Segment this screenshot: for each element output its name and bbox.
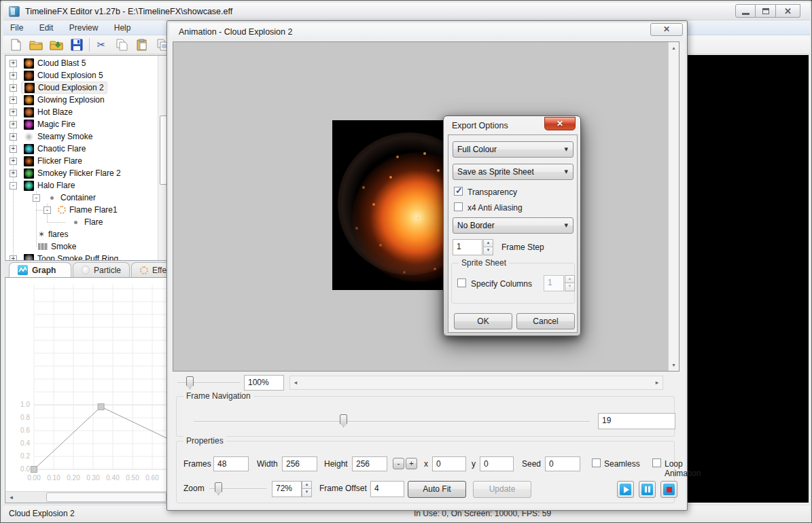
ok-button[interactable]: OK <box>454 313 512 329</box>
loop-animation-checkbox[interactable] <box>652 458 661 467</box>
expand-icon[interactable]: + <box>10 96 17 104</box>
scroll-left-icon[interactable]: ◂ <box>5 492 17 503</box>
tree-item-content[interactable]: Magic Fire <box>21 118 78 130</box>
tree-item-flicker-flare[interactable]: +Flicker Flare <box>5 155 167 167</box>
spin-down-icon[interactable]: ▼ <box>565 283 575 291</box>
import-effects-button[interactable] <box>48 37 65 52</box>
expand-icon[interactable]: + <box>10 109 17 116</box>
expand-icon[interactable]: + <box>10 84 17 92</box>
height-input[interactable]: 256 <box>352 456 387 471</box>
cancel-button[interactable]: Cancel <box>516 313 575 329</box>
frame-step-input[interactable]: 1 <box>453 239 482 255</box>
tree-item-toon-smoke-puff-ring[interactable]: +Toon Smoke Puff Ring <box>5 253 167 261</box>
update-button[interactable]: Update <box>473 481 531 498</box>
size-increase-button[interactable]: + <box>406 458 417 469</box>
tree-item-content[interactable]: Flicker Flare <box>21 155 85 167</box>
y-input[interactable]: 0 <box>480 456 514 471</box>
tree-item-hot-blaze[interactable]: +Hot Blaze <box>5 106 167 118</box>
graph-scroll-thumb[interactable] <box>46 492 166 502</box>
expand-icon[interactable]: + <box>10 60 17 67</box>
paste-button[interactable] <box>134 37 150 52</box>
new-document-button[interactable] <box>7 37 24 52</box>
width-input[interactable]: 256 <box>282 456 317 471</box>
tree-item-content[interactable]: Steamy Smoke <box>21 130 95 143</box>
size-decrease-button[interactable]: - <box>393 458 404 469</box>
tree-item-flame-flare1[interactable]: -Flame Flare1 <box>5 204 167 216</box>
tree-item-content[interactable]: Hot Blaze <box>21 106 75 118</box>
tree-item-content[interactable]: Flare <box>68 216 105 228</box>
tree-item-magic-fire[interactable]: +Magic Fire <box>5 118 167 130</box>
tree-item-content[interactable]: Toon Smoke Puff Ring <box>21 253 121 261</box>
close-button[interactable]: ✕ <box>776 4 800 18</box>
save-mode-dropdown[interactable]: Save as Sprite Sheet <box>453 164 573 180</box>
tree-item-smoke[interactable]: Smoke <box>5 240 167 253</box>
tree-item-flares[interactable]: ✶flares <box>5 228 167 240</box>
frame-offset-input[interactable]: 4 <box>370 481 404 497</box>
expand-icon[interactable]: + <box>10 255 17 261</box>
frame-navigation-slider[interactable] <box>194 421 590 422</box>
anti-aliasing-checkbox[interactable] <box>454 202 463 211</box>
transparency-checkbox[interactable] <box>454 187 463 196</box>
spin-down-icon[interactable]: ▼ <box>483 247 493 255</box>
expand-icon[interactable]: + <box>10 121 17 128</box>
expand-icon[interactable]: + <box>10 145 17 153</box>
tree-item-content[interactable]: Chaotic Flare <box>21 143 88 155</box>
columns-input[interactable]: 1 <box>544 275 564 291</box>
animation-zoom-value[interactable]: 72% <box>272 481 302 497</box>
tree-item-cloud-blast-5[interactable]: +Cloud Blast 5 <box>5 57 167 69</box>
pause-button[interactable] <box>639 481 656 498</box>
tree-item-content[interactable]: Smokey Flicker Flare 2 <box>21 167 124 179</box>
tree-item-halo-flare[interactable]: -Halo Flare <box>5 179 167 192</box>
tree-item-flare[interactable]: Flare <box>5 216 167 228</box>
expand-icon[interactable]: + <box>10 170 17 177</box>
menu-file[interactable]: File <box>3 21 30 35</box>
open-folder-button[interactable] <box>28 37 44 52</box>
scroll-left-icon[interactable]: ◂ <box>290 376 301 389</box>
expand-icon[interactable]: + <box>10 133 17 141</box>
minimize-button[interactable] <box>735 4 756 18</box>
expand-icon[interactable]: + <box>10 158 17 165</box>
scroll-up-icon[interactable]: ▴ <box>669 43 679 53</box>
tree-item-content[interactable]: Glowing Explosion <box>21 94 107 106</box>
copy-button[interactable] <box>113 37 130 52</box>
graph-curve[interactable] <box>34 407 168 469</box>
tree-item-content[interactable]: Container <box>44 192 99 204</box>
export-dialog-close-button[interactable]: ✕ <box>544 117 576 130</box>
tree-item-content[interactable]: Cloud Blast 5 <box>21 57 88 69</box>
columns-spinner[interactable]: ▲ ▼ <box>565 275 575 291</box>
tab-particle[interactable]: Particle <box>73 262 130 277</box>
tree-item-smokey-flicker-flare-2[interactable]: +Smokey Flicker Flare 2 <box>5 167 167 179</box>
animation-dialog-close-button[interactable]: ✕ <box>650 23 683 36</box>
tree-item-steamy-smoke[interactable]: +Steamy Smoke <box>5 130 167 143</box>
cut-button[interactable]: ✂ <box>93 37 109 52</box>
animation-dialog-titlebar[interactable]: Animation - Cloud Explosion 2 <box>169 23 686 41</box>
spin-down-icon[interactable]: ▼ <box>302 489 312 497</box>
tree-item-content[interactable]: Halo Flare <box>21 179 77 192</box>
save-button[interactable] <box>69 37 85 52</box>
scroll-down-icon[interactable]: ▾ <box>669 360 679 370</box>
zoom-spinner[interactable]: ▲ ▼ <box>302 481 312 497</box>
tab-effe[interactable]: Effe <box>131 262 169 277</box>
viewport-horizontal-scrollbar[interactable]: ◂ ▸ <box>289 376 663 390</box>
graph-handle[interactable] <box>98 403 104 410</box>
tree-item-glowing-explosion[interactable]: +Glowing Explosion <box>5 94 167 106</box>
collapse-icon[interactable]: - <box>43 206 51 214</box>
tree-item-content[interactable]: Cloud Explosion 2 <box>21 82 107 94</box>
spin-up-icon[interactable]: ▲ <box>565 275 575 283</box>
play-button[interactable] <box>617 481 634 498</box>
tree-item-container[interactable]: -Container <box>5 192 167 204</box>
collapse-icon[interactable]: - <box>10 182 17 190</box>
stop-button[interactable] <box>660 481 677 498</box>
graph-handle[interactable] <box>31 467 37 473</box>
menu-help[interactable]: Help <box>107 21 138 35</box>
animation-viewport[interactable]: ▴ ▾ <box>173 41 679 372</box>
maximize-button[interactable] <box>756 4 776 18</box>
expand-icon[interactable]: + <box>10 72 17 79</box>
titlebar[interactable]: TimelineFX Editor v1.27b - E:\TimelineFX… <box>3 3 810 20</box>
menu-preview[interactable]: Preview <box>63 21 105 35</box>
x-input[interactable]: 0 <box>432 456 466 471</box>
tree-item-content[interactable]: ✶flares <box>35 228 71 240</box>
frame-number-input[interactable]: 19 <box>598 413 675 429</box>
specify-columns-checkbox[interactable] <box>457 278 466 287</box>
menu-edit[interactable]: Edit <box>33 21 60 35</box>
